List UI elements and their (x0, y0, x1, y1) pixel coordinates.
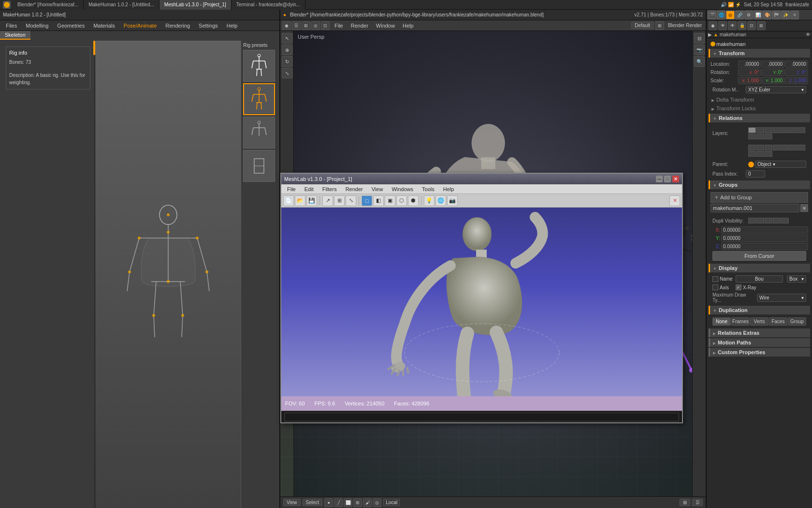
meshlab-new[interactable]: 📄 (283, 195, 294, 206)
meshlab-menu-tools[interactable]: Tools (418, 185, 438, 193)
icon-face[interactable]: ⬜ (344, 498, 352, 507)
tab-meshlab[interactable]: MeshLab v1.3.0 - [Project_1] (160, 0, 232, 10)
relations-section-header[interactable]: Relations (709, 114, 810, 122)
dup-btn-none[interactable]: None (712, 317, 731, 326)
blender-menu-help[interactable]: Help (400, 22, 417, 30)
scale-x[interactable]: X: 1.000 (738, 77, 761, 84)
icon-uv[interactable]: ⊞ (353, 498, 362, 507)
meshlab-menu-help[interactable]: Help (439, 185, 458, 193)
transform-locks-header[interactable]: Transform Locks (709, 104, 810, 113)
meshlab-zoom[interactable]: ▣ (385, 195, 395, 206)
view-camera-icon[interactable]: 📷 (694, 45, 705, 55)
layer-cell-10[interactable] (765, 134, 772, 139)
meshlab-light[interactable]: 💡 (424, 195, 435, 206)
meshlab-screenshot[interactable]: 📷 (447, 195, 458, 206)
meshlab-menu-filters[interactable]: Filters (319, 185, 341, 193)
outliner-item-makehuman[interactable]: ▶ ▲ makehuman 👁 (707, 31, 812, 38)
group-name-field[interactable] (710, 204, 799, 212)
hdr-icon-4[interactable]: ◎ (311, 21, 320, 30)
prop-icon-data[interactable]: 📊 (754, 11, 762, 19)
meshlab-viewport[interactable] (281, 208, 682, 396)
layer-cell-16[interactable] (789, 145, 797, 150)
layer-cell-12[interactable] (756, 145, 764, 150)
mh-menu-settings[interactable]: Settings (195, 22, 222, 30)
prop-icon-constraint[interactable]: 🔗 (735, 11, 744, 19)
rig-preset-4[interactable] (243, 150, 275, 182)
scale-y[interactable]: Y: 1.000 (762, 77, 785, 84)
dup-btn-frames[interactable]: Frames (731, 317, 750, 326)
name-value-field[interactable]: Bou (736, 275, 783, 283)
custom-properties-header[interactable]: Custom Properties (709, 348, 810, 357)
layer-cell-7[interactable] (798, 127, 805, 133)
delta-transform-header[interactable]: Delta Transform (709, 95, 810, 104)
duplication-section-header[interactable]: Duplication (709, 306, 810, 314)
layer-cell-13[interactable] (765, 145, 772, 150)
dupli-cell-3[interactable] (765, 218, 772, 224)
view-menu-btn[interactable]: View (283, 499, 301, 506)
layer-cell-6[interactable] (789, 127, 797, 133)
icon-sculpt[interactable]: ◎ (373, 498, 381, 507)
dupli-x-field[interactable]: 0.00000 (721, 226, 808, 234)
meshlab-transform[interactable]: ⤡ (346, 195, 356, 206)
dupli-cell-5[interactable] (781, 218, 789, 224)
meshlab-select-connected[interactable]: ⊞ (334, 195, 345, 206)
hdr-icon-3[interactable]: ⊞ (302, 21, 310, 30)
group-remove-button[interactable]: ✕ (800, 204, 808, 212)
prop-icon-world[interactable]: 🌐 (717, 11, 725, 19)
meshlab-solid[interactable]: ⬢ (408, 195, 419, 206)
meshlab-menu-render[interactable]: Render (342, 185, 367, 193)
layer-cell-5[interactable] (781, 127, 789, 133)
tab-terminal[interactable]: Terminal - frankiezafe@dyin... (232, 0, 305, 10)
layer-cell-11[interactable] (748, 145, 756, 150)
prop-icon-object[interactable]: ◎ (726, 11, 735, 19)
dupli-cell-4[interactable] (773, 218, 781, 224)
icon-edge[interactable]: ╱ (334, 498, 343, 507)
from-cursor-button[interactable]: From Cursor (712, 251, 806, 261)
meshlab-pan[interactable]: ◧ (373, 195, 384, 206)
outliner-icon-2[interactable]: 👁 (718, 21, 727, 30)
minimize-button[interactable]: — (656, 176, 663, 182)
dup-btn-verts[interactable]: Verts (750, 317, 768, 326)
layer-cell-14[interactable] (773, 145, 781, 150)
close-button[interactable]: ✕ (672, 176, 679, 182)
prop-icon-particles[interactable]: ✨ (781, 11, 790, 19)
pass-index-field[interactable]: 0 (746, 170, 765, 178)
tab-makehuman[interactable]: MakeHuman 1.0.2 - [Untitled... (84, 0, 160, 10)
local-mode-select[interactable]: Local (383, 499, 400, 506)
view-label-btn[interactable]: 1l (692, 499, 703, 506)
transform-section-header[interactable]: Transform (709, 49, 810, 58)
xray-checkbox[interactable]: ✓ (736, 284, 741, 290)
location-x[interactable]: .00000 (738, 60, 761, 68)
meshlab-menu-windows[interactable]: Windows (388, 185, 417, 193)
mh-menu-materials[interactable]: Materials (89, 22, 119, 30)
axis-checkbox[interactable] (712, 284, 718, 290)
layer-cell-3[interactable] (765, 127, 772, 133)
layer-cell-15[interactable] (781, 145, 789, 150)
rig-preset-1[interactable] (243, 50, 275, 82)
outliner-icon-6[interactable]: ⊞ (757, 21, 766, 30)
prop-icon-scene[interactable]: 🎬 (708, 11, 716, 19)
meshlab-save[interactable]: 💾 (306, 195, 317, 206)
scale-z[interactable]: Z: 1.000 (785, 77, 808, 84)
meshlab-menu-edit[interactable]: Edit (301, 185, 318, 193)
location-y[interactable]: .00000 (762, 60, 785, 68)
mh-menu-files[interactable]: Files (2, 22, 21, 30)
scene-settings-icon[interactable]: ⊞ (655, 21, 664, 30)
layer-cell-1[interactable] (748, 127, 756, 133)
blender-menu-window[interactable]: Window (373, 22, 398, 30)
meshlab-background[interactable]: 🌐 (435, 195, 446, 206)
layer-cell-4[interactable] (773, 127, 781, 133)
name-checkbox[interactable] (712, 276, 718, 282)
dupli-z-field[interactable]: 0.00000 (721, 243, 808, 250)
hdr-icon-2[interactable]: ☰ (292, 21, 301, 30)
mh-menu-help[interactable]: Help (223, 22, 242, 30)
prop-icon-modifier[interactable]: ⚙ (744, 11, 753, 19)
dup-btn-faces[interactable]: Faces (769, 317, 787, 326)
dupli-y-field[interactable]: 0.00000 (721, 235, 808, 242)
view-numpad-icon[interactable]: ⊟ (694, 33, 705, 44)
meshlab-menu-view[interactable]: View (368, 185, 387, 193)
rotation-x[interactable]: X: 0° (738, 69, 761, 76)
maximize-button[interactable]: □ (664, 176, 671, 182)
hdr-icon-1[interactable]: ◉ (282, 21, 291, 30)
blender-menu-render[interactable]: Render (348, 22, 371, 30)
